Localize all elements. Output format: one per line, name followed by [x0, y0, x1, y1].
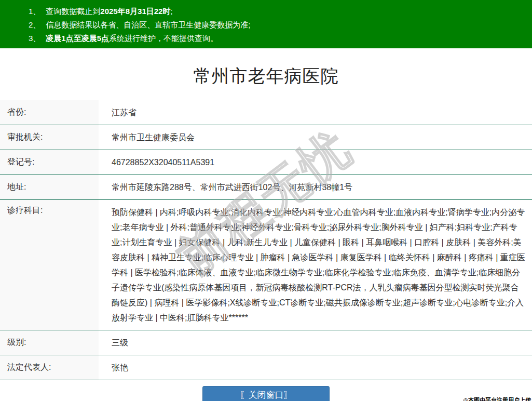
row-value: 江苏省	[99, 100, 532, 125]
notice-item: 2、信息数据结果以各省、自治区、直辖市卫生健康委数据为准;	[29, 18, 532, 32]
table-row-address: 地址: 常州市延陵东路288号、常州市武进西街102号、河苑新村38幢1号	[0, 175, 532, 200]
notice-number: 3、	[29, 34, 40, 43]
row-value: 三级	[99, 330, 532, 355]
table-row-departments: 诊疗科目: 预防保健科 | 内科;呼吸内科专业;消化内科专业;神经内科专业;心血…	[0, 200, 532, 330]
close-window-button[interactable]: 〖关闭窗口〗	[202, 386, 330, 401]
row-label: 审批机关:	[0, 125, 99, 150]
upload-note: ◎本图由平台注册用户上传	[463, 396, 531, 401]
table-row-province: 省份: 江苏省	[0, 100, 532, 125]
notice-text: 信息数据结果以各省、自治区、直辖市卫生健康委数据为准;	[46, 20, 250, 29]
notice-text: 系统进行维护，不能提供查询。	[109, 34, 218, 43]
table-row-level: 级别: 三级	[0, 330, 532, 355]
row-value: 预防保健科 | 内科;呼吸内科专业;消化内科专业;神经内科专业;心血管内科专业;…	[99, 200, 532, 330]
footer: 〖关闭窗口〗 ◎本图由平台注册用户上传	[0, 386, 532, 401]
table-row-registration-number: 登记号: 46728852X32040511A5391	[0, 150, 532, 175]
notice-text-bold: 凌晨1点至凌晨5点	[46, 34, 109, 43]
notice-number: 2、	[29, 20, 40, 29]
table-row-approval-authority: 审批机关: 常州市卫生健康委员会	[0, 125, 532, 150]
row-label: 地址:	[0, 175, 99, 199]
row-value: 张艳	[99, 355, 532, 380]
notice-number: 1、	[29, 7, 40, 16]
hospital-details-table: 省份: 江苏省 审批机关: 常州市卫生健康委员会 登记号: 46728852X3…	[0, 100, 532, 380]
notice-item: 1、查询数据截止到2025年8月31日22时;	[29, 5, 532, 18]
table-row-legal-representative: 法定代表人: 张艳	[0, 355, 532, 380]
page: 1、查询数据截止到2025年8月31日22时; 2、信息数据结果以各省、自治区、…	[0, 0, 532, 401]
row-value: 常州市卫生健康委员会	[99, 125, 532, 150]
row-value: 46728852X32040511A5391	[99, 150, 532, 175]
notice-text: ;	[170, 7, 172, 16]
row-label: 登记号:	[0, 150, 99, 175]
notice-item: 3、凌晨1点至凌晨5点系统进行维护，不能提供查询。	[29, 32, 532, 45]
row-label: 诊疗科目:	[0, 200, 99, 330]
row-label: 省份:	[0, 100, 99, 125]
notice-bar: 1、查询数据截止到2025年8月31日22时; 2、信息数据结果以各省、自治区、…	[0, 0, 532, 48]
notice-text: 查询数据截止到	[46, 7, 100, 16]
page-title: 常州市老年病医院	[0, 64, 532, 88]
row-value: 常州市延陵东路288号、常州市武进西街102号、河苑新村38幢1号	[99, 175, 532, 199]
row-label: 法定代表人:	[0, 355, 99, 380]
notice-text-bold: 2025年8月31日22时	[100, 7, 170, 16]
row-label: 级别:	[0, 330, 99, 355]
